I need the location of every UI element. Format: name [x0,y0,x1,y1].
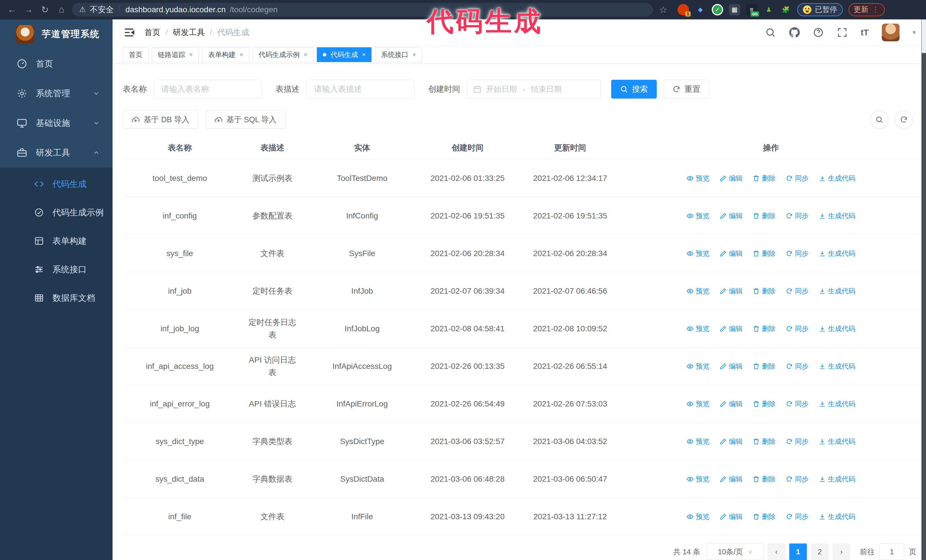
action-edit-link[interactable]: 编辑 [720,248,743,259]
user-avatar[interactable] [882,24,899,41]
action-delete-link[interactable]: 删除 [753,210,776,221]
prev-page-button[interactable]: ‹ [767,543,785,560]
close-icon[interactable]: × [189,51,193,58]
action-generate-link[interactable]: 生成代码 [819,248,855,259]
action-generate-link[interactable]: 生成代码 [819,361,855,371]
action-sync-link[interactable]: 同步 [786,286,809,296]
action-sync-link[interactable]: 同步 [786,361,809,371]
date-range-picker[interactable]: 开始日期 - 结束日期 [467,80,601,98]
action-generate-link[interactable]: 生成代码 [819,511,855,522]
action-generate-link[interactable]: 生成代码 [819,398,855,409]
extension-gem-icon[interactable]: ◆ [694,4,706,15]
next-page-button[interactable]: › [832,543,850,560]
action-edit-link[interactable]: 编辑 [720,398,743,409]
update-button[interactable]: 更新 ⋮ [849,3,885,16]
sidebar-item-infra[interactable]: 基础设施 [0,108,112,138]
sidebar-item-home[interactable]: 首页 [0,49,112,78]
github-icon[interactable] [789,27,800,38]
security-warning-icon[interactable]: ⚠ [79,5,86,14]
address-bar[interactable]: ⚠ 不安全 dashboard.yudao.iocoder.cn/tool/co… [72,3,653,17]
paused-badge[interactable]: 已暂停 [797,3,843,16]
action-generate-link[interactable]: 生成代码 [819,286,855,296]
action-delete-link[interactable]: 删除 [753,248,776,259]
close-icon[interactable]: × [304,51,307,58]
home-icon[interactable]: ⌂ [55,3,68,16]
sidebar-item-db-doc[interactable]: 数据库文档 [0,284,112,312]
action-delete-link[interactable]: 删除 [753,323,776,334]
breadcrumb-devtools[interactable]: 研发工具 [173,27,205,38]
action-delete-link[interactable]: 删除 [753,173,776,183]
page-button-2[interactable]: 2 [811,543,829,560]
action-preview-link[interactable]: 预览 [687,248,710,259]
action-edit-link[interactable]: 编辑 [720,286,743,296]
action-preview-link[interactable]: 预览 [687,286,710,296]
close-icon[interactable]: × [362,51,366,58]
tab-tracing[interactable]: 链路追踪× [152,47,199,62]
action-sync-link[interactable]: 同步 [786,248,809,259]
action-edit-link[interactable]: 编辑 [720,474,743,484]
extension-orange-icon[interactable]: 1 [678,4,689,15]
action-delete-link[interactable]: 删除 [753,286,776,296]
collapse-sidebar-icon[interactable] [123,26,135,39]
page-size-select[interactable]: 10条/页 ∨ [707,543,764,560]
sidebar-item-codegen-demo[interactable]: 代码生成示例 [0,198,112,227]
forward-icon[interactable]: → [22,3,35,16]
scrollbar-track[interactable] [921,20,926,560]
action-delete-link[interactable]: 删除 [753,511,776,522]
fullscreen-icon[interactable] [837,27,848,38]
action-edit-link[interactable]: 编辑 [720,436,743,447]
action-edit-link[interactable]: 编辑 [720,361,743,371]
sidebar-item-system[interactable]: 系统管理 [0,78,112,108]
tab-form-builder[interactable]: 表单构建× [202,47,249,62]
action-preview-link[interactable]: 预览 [687,173,710,183]
action-sync-link[interactable]: 同步 [786,323,809,334]
action-edit-link[interactable]: 编辑 [720,210,743,221]
table-name-input[interactable] [154,80,262,98]
goto-page-input[interactable] [879,543,904,560]
action-preview-link[interactable]: 预览 [687,436,710,447]
logo-row[interactable]: 芋道管理系统 [0,20,112,49]
action-preview-link[interactable]: 预览 [687,210,710,221]
extension-grid-icon[interactable]: ▦ [729,4,740,15]
table-desc-input[interactable] [306,80,415,98]
toggle-search-button[interactable] [870,110,888,129]
breadcrumb-home[interactable]: 首页 [144,27,160,38]
refresh-table-button[interactable] [895,110,913,129]
action-preview-link[interactable]: 预览 [687,361,710,371]
import-sql-button[interactable]: 基于 SQL 导入 [206,110,286,129]
extensions-puzzle-icon[interactable]: 🧩 [780,4,791,15]
action-edit-link[interactable]: 编辑 [720,173,743,183]
action-generate-link[interactable]: 生成代码 [819,436,855,447]
action-sync-link[interactable]: 同步 [786,436,809,447]
back-icon[interactable]: ← [6,3,18,16]
sidebar-item-codegen[interactable]: 代码生成 [0,170,112,198]
bookmark-star-icon[interactable]: ☆ [657,3,670,16]
search-button[interactable]: 搜索 [611,80,657,98]
action-sync-link[interactable]: 同步 [786,210,809,221]
tab-home[interactable]: 首页 [123,47,148,62]
action-preview-link[interactable]: 预览 [687,323,710,334]
help-icon[interactable] [813,27,824,38]
sidebar-item-system-api[interactable]: 系统接口 [0,255,112,284]
tab-system-api[interactable]: 系统接口× [375,47,422,62]
action-edit-link[interactable]: 编辑 [720,511,743,522]
close-icon[interactable]: × [412,51,416,58]
action-preview-link[interactable]: 预览 [687,474,710,484]
action-generate-link[interactable]: 生成代码 [819,474,855,484]
sidebar-item-devtools[interactable]: 研发工具 [0,138,112,168]
page-button-1[interactable]: 1 [789,543,807,560]
font-size-icon[interactable]: tT [861,28,869,37]
avatar-dropdown-icon[interactable]: ▾ [912,29,916,36]
action-sync-link[interactable]: 同步 [786,511,809,522]
action-preview-link[interactable]: 预览 [687,511,710,522]
kebab-menu-icon[interactable]: ⋮ [872,5,879,14]
tab-codegen[interactable]: 代码生成× [317,47,372,62]
action-sync-link[interactable]: 同步 [786,474,809,484]
reload-icon[interactable]: ↻ [39,3,51,16]
scrollbar-thumb[interactable] [922,20,926,53]
action-delete-link[interactable]: 删除 [753,361,776,371]
action-edit-link[interactable]: 编辑 [720,323,743,334]
security-warning-label[interactable]: 不安全 [90,4,114,15]
extension-green-robot-icon[interactable]: ♟ [763,4,775,15]
action-delete-link[interactable]: 删除 [753,474,776,484]
